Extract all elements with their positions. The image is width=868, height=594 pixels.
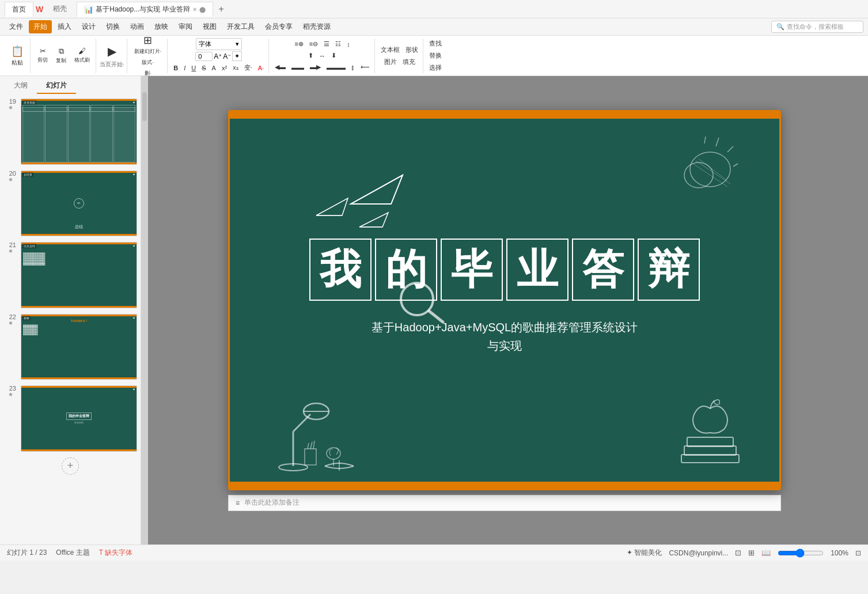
sun-decoration [664,135,739,206]
delete-button[interactable]: 删· [138,69,158,76]
font-size-up-button[interactable]: A⁺ [214,52,222,60]
slide-item-23[interactable]: 23 ★ ✦ 我的毕业答辩 毕业答辩 [2,384,138,453]
vertical-scroll[interactable] [141,76,148,544]
shape-button[interactable]: 形状 [403,44,420,55]
picture-button[interactable]: 图片 [382,56,399,67]
notes-bar[interactable]: ≡ 单击此处添加备注 [228,495,781,511]
menu-daoke[interactable]: 稻壳资源 [298,20,335,33]
slide-thumb-22[interactable]: 谢谢 ✦ THANKS ! ██████████████████████████… [21,314,137,380]
tab-slides[interactable]: 幻灯片 [37,78,76,94]
svg-line-10 [727,146,733,152]
font-size-input[interactable]: 0 [195,52,213,61]
menu-file[interactable]: 文件 [5,20,28,33]
justify-button[interactable]: ▬▬▬ [324,62,348,72]
slide-sorter-button[interactable]: ⊞ [748,548,755,557]
copy-button[interactable]: ⧉ 复制 [52,46,70,66]
zoom-slider[interactable] [778,549,824,557]
tab-outline[interactable]: 大纲 [5,78,37,94]
superscript-button[interactable]: x² [219,63,229,73]
slide-23-title: 我的毕业答辩 [66,413,92,420]
find-button[interactable]: 查找 [427,38,444,49]
play-button[interactable]: ▶ [101,43,122,59]
strikethrough-button[interactable]: S [199,63,208,73]
text-color-button[interactable]: A· [256,63,266,73]
slide-thumb-20[interactable]: 总结页 ✦ ✏ 总结 [21,171,137,237]
align-middle-button[interactable]: ↔ [317,51,328,60]
slide-main-title: 我 的 毕 业 答 辩 [309,239,700,301]
slide-22-label: 谢谢 [22,316,31,320]
add-tab-button[interactable]: + [215,4,228,14]
menu-transition[interactable]: 切换 [101,20,124,33]
column-button[interactable]: ⫿ [349,62,357,72]
search-box[interactable]: 🔍 查找命令，搜索模板 [771,21,863,33]
bold-button[interactable]: B [171,63,180,73]
fill-button[interactable]: 填充 [400,56,418,67]
slide-item-21[interactable]: 21 ★ 论文总结 ✦ ██████████████████ █████████… [2,241,138,309]
reading-view-button[interactable]: 📖 [761,548,771,557]
slide-group: ▶ 当页开始· [97,39,127,73]
menu-slideshow[interactable]: 放映 [150,20,173,33]
italic-button[interactable]: I [181,63,188,73]
menu-animation[interactable]: 动画 [126,20,149,33]
align-center-button[interactable]: ▬▬ [289,62,306,72]
underline-button[interactable]: U [189,63,198,73]
menu-review[interactable]: 审阅 [174,20,197,33]
font-size-down-button[interactable]: A⁻ [223,52,231,60]
paste-button[interactable]: 📋 粘贴 [7,44,28,68]
add-slide-button[interactable]: + [62,457,79,475]
slide-item-22[interactable]: 22 ★ 谢谢 ✦ THANKS ! █████████████████████… [2,313,138,381]
slide-thumb-23[interactable]: ✦ 我的毕业答辩 毕业答辩 [21,385,137,452]
subscript-button[interactable]: x₂ [230,63,241,73]
home-tab[interactable]: 首页 [5,2,33,17]
slide-thumb-19[interactable]: 目录页面 ✦ [21,99,137,165]
fit-page-button[interactable]: ⊡ [855,549,861,557]
title-char-4: 答 [572,239,634,301]
slide-bottom-border [230,482,779,489]
subtitle-line2: 与实现 [372,336,638,355]
numbered-list-button[interactable]: ☷ [333,39,343,49]
menu-start[interactable]: 开始 [29,20,52,33]
slide-19-label: 目录页面 [22,100,36,105]
main-slide-canvas[interactable]: 我 的 毕 业 答 辩 基于Hadoop+Java+MySQL的歌曲推荐管理系统… [228,110,781,490]
font-missing-label[interactable]: T 缺失字体 [99,548,132,558]
decrease-indent-button[interactable]: ≡⊖ [307,39,320,49]
svg-line-11 [733,164,738,167]
slide-item-19[interactable]: 19 ★ 目录页面 ✦ [2,97,138,166]
cut-button[interactable]: ✂ 剪切 [34,46,51,66]
line-spacing-button[interactable]: ↕ [344,39,352,49]
transform-button[interactable]: 变· [242,62,255,73]
wps-logo: W [36,5,43,14]
select-button[interactable]: 选择 [427,62,444,73]
new-slide-button[interactable]: ⊞ 新建幻灯片· [131,36,165,56]
list-button[interactable]: ☰ [321,39,332,49]
textbox-button[interactable]: 文本框 [378,44,402,55]
slide-item-20[interactable]: 20 ★ 总结页 ✦ ✏ 总结 [2,169,138,238]
wps-app-name[interactable]: 稻壳 [46,1,74,17]
normal-view-button[interactable]: ⊡ [735,548,741,557]
text-shadow-button[interactable]: A [210,63,218,73]
title-char-1: 的 [375,239,437,301]
smart-beauty-button[interactable]: ✦ 智能美化 [627,548,662,558]
align-left-button[interactable]: ◀▬ [272,62,288,72]
font-name-dropdown[interactable]: 字体 ▾ [196,38,242,50]
text-direction-button[interactable]: ⟵ [358,62,372,72]
menu-insert[interactable]: 插入 [53,20,76,33]
ppt-file-tab[interactable]: 📊 基于Hadoop...与实现 毕业答辩 ✕ ⬤ [77,2,213,17]
clear-format-button[interactable]: ✦ [232,51,242,61]
align-right-button[interactable]: ▬▶ [308,62,323,72]
menu-developer[interactable]: 开发工具 [222,20,259,33]
replace-button[interactable]: 替换 [427,50,444,61]
format-copy-button[interactable]: 🖌 格式刷 [71,46,93,66]
notes-icon: ≡ [236,499,240,507]
format-copy-icon: 🖌 [78,47,86,55]
increase-indent-button[interactable]: ≡⊕ [292,39,305,49]
menu-vip[interactable]: 会员专享 [260,20,297,33]
menu-view[interactable]: 视图 [198,20,221,33]
slide-panel: 大纲 幻灯片 19 ★ 目录页面 ✦ [0,76,141,544]
menu-design[interactable]: 设计 [77,20,100,33]
align-bottom-button[interactable]: ⬇ [329,51,339,60]
layout-button[interactable]: 版式· [138,58,158,67]
align-top-button[interactable]: ⬆ [306,51,316,60]
slide-star-22: ★ [8,320,13,326]
slide-thumb-21[interactable]: 论文总结 ✦ ██████████████████ ██████████████… [21,242,137,308]
